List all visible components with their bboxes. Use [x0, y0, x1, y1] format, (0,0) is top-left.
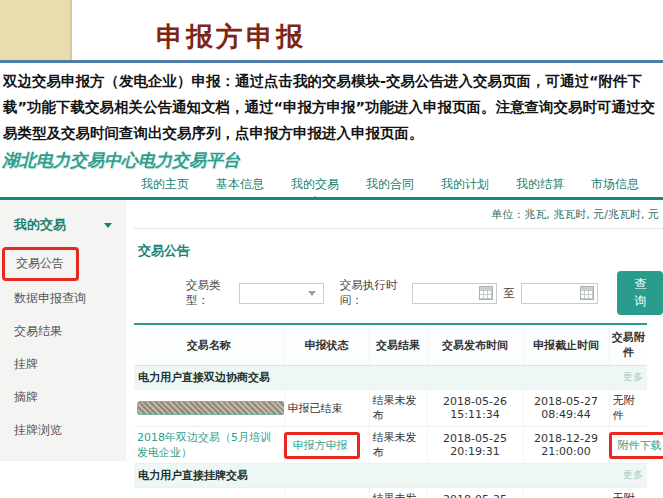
attachment-cell: 附件下载 [609, 427, 647, 464]
slide-title: 申报方申报 [156, 22, 306, 52]
trade-group-title-cell: 电力用户直接挂牌交易更多 [134, 464, 647, 488]
trade-name-cell [134, 488, 284, 498]
search-button[interactable]: 查询 [617, 271, 663, 315]
sidebar-menu: 我的交易 交易公告数据申报查询交易结果挂牌摘牌挂牌浏览 [0, 200, 126, 461]
trade-name-cell: 2018年双边交易（5月培训发电企业） [134, 427, 284, 464]
trade-name-cell [134, 390, 284, 427]
nav-item-link[interactable]: 基本信息 [216, 176, 264, 193]
trade-group-title: 电力用户直接挂牌交易 [138, 469, 248, 482]
column-header: 交易名称 [134, 324, 284, 366]
column-header: 交易结果 [369, 324, 427, 366]
sidebar-item[interactable]: 摘牌 [0, 381, 126, 414]
trade-name-link[interactable]: 2018年双边交易（5月培训发电企业） [137, 431, 271, 459]
app-body: 我的交易 交易公告数据申报查询交易结果挂牌摘牌挂牌浏览 单位：兆瓦, 兆瓦时, … [0, 200, 663, 498]
nav-item-link[interactable]: 我的合同 [366, 176, 414, 193]
column-header: 交易发布时间 [427, 324, 523, 366]
trade-group-title: 电力用户直接双边协商交易 [138, 371, 270, 384]
instruction-paragraph: 双边交易申报方（发电企业）申报：通过点击我的交易模块-交易公告进入交易页面，可通… [3, 68, 660, 146]
deadline-time-cell: 2018-05-27 08:49:44 [523, 390, 609, 427]
highlight-box: 申报方申报 [284, 432, 360, 459]
sidebar-group-my-trades[interactable]: 我的交易 [0, 204, 126, 246]
sidebar: 我的交易 交易公告数据申报查询交易结果挂牌摘牌挂牌浏览 [0, 200, 126, 461]
column-header: 交易附件 [609, 324, 647, 366]
slide-decoration-block [0, 0, 72, 60]
units-label: 单位：兆瓦, 兆瓦时, 元/兆瓦时, 元 [134, 200, 663, 229]
attachment-cell: 无附件 [609, 488, 647, 498]
declare-status-link[interactable]: 申报方申报 [293, 439, 348, 452]
declare-status-cell: 申报已结束 [284, 390, 369, 427]
trade-group-row: 电力用户直接挂牌交易更多 [134, 464, 647, 488]
column-header: 申报截止时间 [523, 324, 609, 366]
main-panel: 单位：兆瓦, 兆瓦时, 元/兆瓦时, 元 交易公告 交易类型： 交易执行时间： … [126, 200, 663, 498]
declare-status-cell [284, 488, 369, 498]
attachment-text: 无附件 [613, 492, 635, 498]
more-link[interactable]: 更多 [623, 370, 643, 384]
nav-item-link[interactable]: 我的主页 [141, 176, 189, 193]
trade-group-title-cell: 电力用户直接双边协商交易更多 [134, 366, 647, 390]
sidebar-group-label: 我的交易 [14, 216, 66, 234]
redacted-trade-name [137, 401, 285, 415]
exec-time-from-input[interactable] [412, 283, 498, 304]
section-title: 交易公告 [138, 242, 663, 260]
title-divider [0, 60, 663, 63]
slide-header: 申报方申报 [0, 0, 663, 60]
sidebar-item[interactable]: 数据申报查询 [0, 282, 126, 315]
publish-time-cell: 2018-05-25 21:20:27 [427, 488, 523, 498]
trade-type-select[interactable] [239, 283, 324, 304]
trade-result-text: 结果未发布 [373, 431, 417, 459]
more-link[interactable]: 更多 [623, 468, 643, 482]
deadline-time-cell [523, 488, 609, 498]
trade-result-text: 结果未发布 [373, 394, 417, 422]
trade-result-cell: 结果未发布 [369, 427, 427, 464]
deadline-time-cell: 2018-12-29 21:00:00 [523, 427, 609, 464]
declare-status-text: 申报已结束 [288, 402, 343, 415]
highlight-box: 附件下载 [609, 432, 663, 459]
nav-item-active[interactable]: 我的交易 [291, 176, 339, 193]
top-nav: 我的主页基本信息我的交易我的合同我的计划我的结算市场信息 [0, 173, 663, 200]
exec-time-to-input[interactable] [521, 283, 599, 304]
trade-group-row: 电力用户直接双边协商交易更多 [134, 366, 647, 390]
chevron-down-icon [104, 223, 112, 232]
announcements-table: 交易名称申报状态交易结果交易发布时间申报截止时间交易附件 电力用户直接双边协商交… [134, 323, 647, 498]
platform-brand: 湖北电力交易中心电力交易平台 [2, 149, 663, 172]
trade-result-cell: 结果未发布 [369, 488, 427, 498]
publish-time-cell: 2018-05-25 20:19:31 [427, 427, 523, 464]
table-row: 申报已结束结果未发布2018-05-26 15:11:342018-05-27 … [134, 390, 647, 427]
trade-result-text: 结果未发布 [373, 492, 417, 498]
exec-time-label: 交易执行时间： [340, 278, 406, 308]
nav-item-link[interactable]: 我的计划 [441, 176, 489, 193]
sidebar-item[interactable]: 交易结果 [0, 315, 126, 348]
sidebar-item[interactable]: 挂牌浏览 [0, 414, 126, 447]
trade-type-label: 交易类型： [186, 278, 233, 308]
filter-bar: 交易类型： 交易执行时间： 至 查询 [186, 271, 663, 315]
table-row: 结果未发布2018-05-25 21:20:27无附件 [134, 488, 647, 498]
trade-result-cell: 结果未发布 [369, 390, 427, 427]
attachment-text: 无附件 [613, 394, 635, 422]
attachment-download-link[interactable]: 附件下载 [618, 439, 662, 452]
nav-item-link[interactable]: 我的结算 [516, 176, 564, 193]
attachment-cell: 无附件 [609, 390, 647, 427]
chevron-down-icon [308, 291, 316, 300]
calendar-icon[interactable] [479, 286, 493, 300]
calendar-icon[interactable] [580, 286, 594, 300]
sidebar-item[interactable]: 交易公告 [2, 247, 79, 281]
publish-time-cell: 2018-05-26 15:11:34 [427, 390, 523, 427]
column-header: 申报状态 [284, 324, 369, 366]
sidebar-item[interactable]: 挂牌 [0, 348, 126, 381]
instruction-lead: 双边交易申报方（发电企业）申报： [3, 73, 235, 89]
declare-status-cell: 申报方申报 [284, 427, 369, 464]
to-label: 至 [503, 286, 515, 301]
table-row: 2018年双边交易（5月培训发电企业）申报方申报结果未发布2018-05-25 … [134, 427, 647, 464]
nav-item-link[interactable]: 市场信息 [591, 176, 639, 193]
